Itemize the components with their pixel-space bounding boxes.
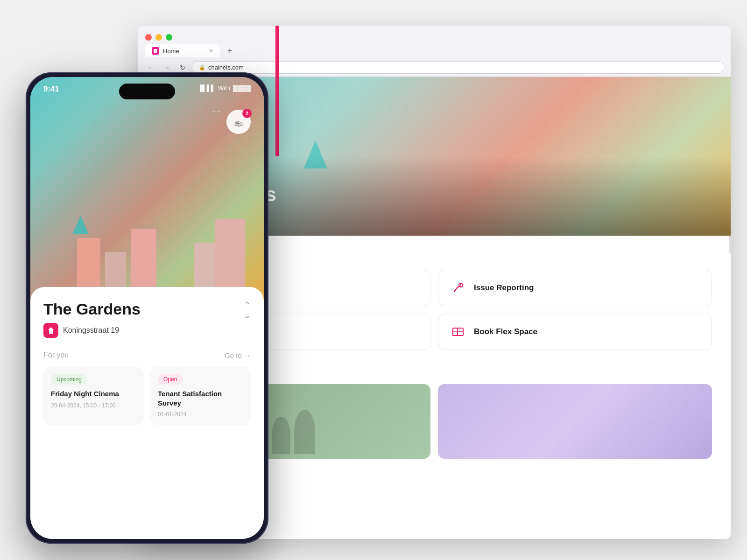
phone-container: 9:41 ▐▌▌▌ WiFi ▓▓▓▓ ∽∽ — [26, 72, 268, 544]
battery-icon: ▓▓▓▓ — [233, 84, 251, 91]
for-you-label: For you — [43, 351, 69, 359]
property-address-row: Koningsstraat 19 — [43, 323, 251, 338]
property-title: The Gardens — [43, 300, 251, 318]
mini-card-title-survey: Tenant Satisfaction Survey — [158, 389, 243, 407]
tab-label: Home — [163, 48, 179, 55]
mini-card-title-cinema: Friday Night Cinema — [51, 389, 136, 399]
tab-bar: Home ✕ + — [138, 44, 731, 57]
mini-card-cinema[interactable]: Upcoming Friday Night Cinema 20-04-2024,… — [43, 367, 144, 425]
property-card: The Gardens ⌃⌄ Koningsstraat 19 For you … — [30, 287, 264, 539]
go-to-link[interactable]: Go to → — [225, 351, 251, 359]
phone-screen: 9:41 ▐▌▌▌ WiFi ▓▓▓▓ ∽∽ — [30, 77, 264, 539]
close-window-button[interactable] — [145, 34, 152, 41]
url-bar[interactable]: 🔒 chainels.com — [193, 61, 723, 74]
notification-bubble[interactable]: 2 — [226, 110, 251, 134]
tab-close-button[interactable]: ✕ — [209, 48, 213, 54]
window-controls — [138, 26, 731, 44]
event-photo-2 — [438, 384, 712, 459]
property-logo — [43, 323, 58, 338]
phone-teal-accent — [72, 216, 89, 234]
mini-card-date-survey: 01-01-2024 — [158, 411, 243, 418]
minimize-window-button[interactable] — [155, 34, 162, 41]
person-1 — [272, 417, 290, 454]
person-2 — [294, 410, 315, 454]
discover-card-book-flex[interactable]: Book Flex Space — [438, 314, 712, 350]
svg-rect-0 — [154, 49, 157, 53]
tab-favicon — [152, 47, 159, 55]
pink-stripe — [275, 26, 279, 156]
badge-open: Open — [158, 374, 183, 385]
active-tab[interactable]: Home ✕ — [145, 44, 220, 57]
browser-chrome: Home ✕ + ← → ↻ 🔒 chainels.com — [138, 26, 731, 77]
book-flex-icon — [450, 323, 466, 340]
event-card-2[interactable] — [438, 384, 712, 459]
mini-card-date-cinema: 20-04-2024, 15:00 - 17:00 — [51, 402, 136, 409]
lock-icon: 🔒 — [199, 64, 205, 70]
maximize-window-button[interactable] — [166, 34, 172, 41]
url-text: chainels.com — [208, 64, 244, 71]
issue-reporting-icon — [450, 280, 466, 296]
refresh-button[interactable]: ↻ — [177, 62, 188, 73]
forward-button[interactable]: → — [161, 62, 172, 73]
mini-cards-row: Upcoming Friday Night Cinema 20-04-2024,… — [43, 367, 251, 425]
svg-point-10 — [236, 122, 238, 124]
notification-badge: 2 — [242, 109, 252, 118]
mini-card-survey[interactable]: Open Tenant Satisfaction Survey 01-01-20… — [150, 367, 251, 425]
status-time: 9:41 — [30, 84, 59, 94]
wifi-icon: WiFi — [218, 84, 230, 91]
signal-icon: ▐▌▌▌ — [198, 84, 215, 91]
issue-reporting-label: Issue Reporting — [474, 283, 534, 293]
badge-upcoming: Upcoming — [51, 374, 87, 385]
birds-decoration: ∽∽ — [211, 109, 222, 115]
expand-button[interactable]: ⌃⌄ — [244, 300, 251, 321]
book-flex-label: Book Flex Space — [474, 327, 537, 336]
discover-card-issue-reporting[interactable]: Issue Reporting — [438, 270, 712, 306]
for-you-header: For you Go to → — [43, 351, 251, 359]
new-tab-button[interactable]: + — [224, 46, 236, 56]
dynamic-island — [119, 84, 175, 99]
back-button[interactable]: ← — [145, 62, 156, 73]
property-address: Koningsstraat 19 — [63, 326, 119, 335]
status-icons: ▐▌▌▌ WiFi ▓▓▓▓ — [198, 84, 264, 91]
phone-frame: 9:41 ▐▌▌▌ WiFi ▓▓▓▓ ∽∽ — [26, 72, 268, 544]
people-silhouette — [272, 410, 315, 454]
